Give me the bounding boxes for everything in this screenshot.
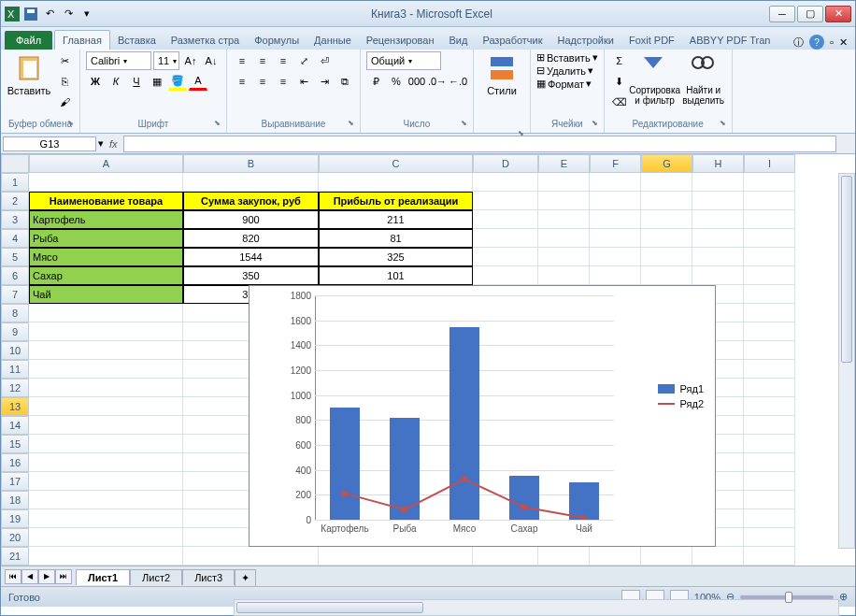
align-top-icon[interactable]: ≡ [233, 51, 251, 70]
clear-icon[interactable]: ⌫ [610, 93, 629, 111]
cell-H5[interactable] [692, 248, 744, 266]
cell-I6[interactable] [744, 266, 795, 285]
cell-A17[interactable] [29, 472, 183, 491]
cell-E6[interactable] [538, 266, 590, 285]
bold-button[interactable]: Ж [86, 72, 105, 91]
cell-D2[interactable] [473, 192, 538, 210]
decrease-decimal-icon[interactable]: ←.0 [449, 72, 467, 91]
row-header-9[interactable]: 9 [1, 322, 29, 341]
column-header-E[interactable]: E [538, 154, 590, 173]
cell-A16[interactable] [29, 453, 183, 472]
cell-B5[interactable]: 1544 [183, 248, 319, 266]
column-header-G[interactable]: G [641, 154, 692, 173]
row-header-17[interactable]: 17 [1, 472, 29, 491]
cell-H3[interactable] [692, 210, 744, 229]
cell-A6[interactable]: Сахар [29, 266, 183, 285]
cell-C21[interactable] [319, 547, 473, 566]
minimize-ribbon-icon[interactable]: ⓘ [793, 36, 804, 50]
tab-formulas[interactable]: Формулы [247, 31, 307, 50]
cell-B3[interactable]: 900 [183, 210, 319, 229]
cell-G1[interactable] [641, 173, 692, 192]
cell-I19[interactable] [744, 509, 795, 528]
cell-I17[interactable] [744, 472, 795, 491]
tab-foxit[interactable]: Foxit PDF [621, 31, 682, 50]
tab-layout[interactable]: Разметка стра [164, 31, 247, 50]
cell-I15[interactable] [744, 435, 795, 453]
cell-G5[interactable] [641, 248, 692, 266]
cell-G3[interactable] [641, 210, 692, 229]
decrease-font-icon[interactable]: A↓ [202, 51, 221, 70]
row-header-11[interactable]: 11 [1, 360, 29, 379]
cell-A13[interactable] [29, 397, 183, 416]
cell-G4[interactable] [641, 229, 692, 248]
cell-I16[interactable] [744, 453, 795, 472]
font-size-combo[interactable]: 11▾ [153, 51, 179, 70]
cell-D4[interactable] [473, 229, 538, 248]
row-header-1[interactable]: 1 [1, 173, 29, 192]
tab-data[interactable]: Данные [307, 31, 359, 50]
increase-decimal-icon[interactable]: .0→ [428, 72, 447, 91]
sheet-nav-first[interactable]: ⏮ [5, 569, 21, 584]
cell-I2[interactable] [744, 192, 795, 210]
cell-E2[interactable] [538, 192, 590, 210]
border-button[interactable]: ▦ [148, 72, 166, 91]
cell-I13[interactable] [744, 397, 795, 416]
tab-file[interactable]: Файл [5, 31, 52, 50]
column-header-I[interactable]: I [744, 154, 795, 173]
row-header-19[interactable]: 19 [1, 509, 29, 528]
autosum-icon[interactable]: Σ [610, 51, 629, 70]
cell-C5[interactable]: 325 [319, 248, 473, 266]
align-middle-icon[interactable]: ≡ [253, 51, 272, 70]
cell-A20[interactable] [29, 528, 183, 547]
redo-icon[interactable]: ↷ [61, 7, 76, 21]
cell-D5[interactable] [473, 248, 538, 266]
cell-F6[interactable] [590, 266, 641, 285]
cell-G2[interactable] [641, 192, 692, 210]
cell-A19[interactable] [29, 509, 183, 528]
minimize-button[interactable]: ─ [769, 6, 795, 22]
cell-I9[interactable] [744, 322, 795, 341]
orientation-icon[interactable]: ⤢ [294, 51, 313, 70]
cell-A11[interactable] [29, 360, 183, 379]
comma-icon[interactable]: 000 [407, 72, 426, 91]
close-button[interactable]: ✕ [825, 6, 851, 22]
cell-A2[interactable]: Наименование товара [29, 192, 183, 210]
row-header-12[interactable]: 12 [1, 379, 29, 397]
maximize-button[interactable]: ▢ [797, 6, 823, 22]
cell-A10[interactable] [29, 341, 183, 360]
cell-F1[interactable] [590, 173, 641, 192]
cell-E5[interactable] [538, 248, 590, 266]
cell-I12[interactable] [744, 379, 795, 397]
column-header-H[interactable]: H [692, 154, 744, 173]
cell-I14[interactable] [744, 416, 795, 435]
cell-E4[interactable] [538, 229, 590, 248]
percent-icon[interactable]: % [387, 72, 406, 91]
cell-H2[interactable] [692, 192, 744, 210]
cell-D1[interactable] [473, 173, 538, 192]
column-header-A[interactable]: A [29, 154, 183, 173]
row-header-4[interactable]: 4 [1, 229, 29, 248]
delete-cells-button[interactable]: ⊟ Удалить ▾ [536, 64, 593, 77]
tab-addins[interactable]: Надстройки [550, 31, 621, 50]
vertical-scrollbar[interactable] [838, 173, 855, 549]
cell-A4[interactable]: Рыба [29, 229, 183, 248]
cell-H4[interactable] [692, 229, 744, 248]
row-header-10[interactable]: 10 [1, 341, 29, 360]
qat-dropdown-icon[interactable]: ▾ [79, 7, 94, 21]
tab-abbyy[interactable]: ABBYY PDF Tran [682, 31, 778, 50]
select-all-corner[interactable] [1, 154, 29, 173]
cell-I5[interactable] [744, 248, 795, 266]
merge-button[interactable]: ⧉ [335, 72, 354, 91]
cell-F3[interactable] [590, 210, 641, 229]
sheet-tab-3[interactable]: Лист3 [182, 569, 235, 585]
insert-cells-button[interactable]: ⊞ Вставить ▾ [536, 51, 598, 64]
cell-E3[interactable] [538, 210, 590, 229]
number-format-combo[interactable]: Общий▾ [366, 51, 441, 70]
formula-bar[interactable] [123, 136, 836, 152]
zoom-in-button[interactable]: ⊕ [839, 591, 848, 603]
cell-F21[interactable] [590, 547, 641, 566]
wrap-text-icon[interactable]: ⏎ [315, 51, 334, 70]
tab-review[interactable]: Рецензирован [359, 31, 442, 50]
cell-B4[interactable]: 820 [183, 229, 319, 248]
row-header-6[interactable]: 6 [1, 266, 29, 285]
